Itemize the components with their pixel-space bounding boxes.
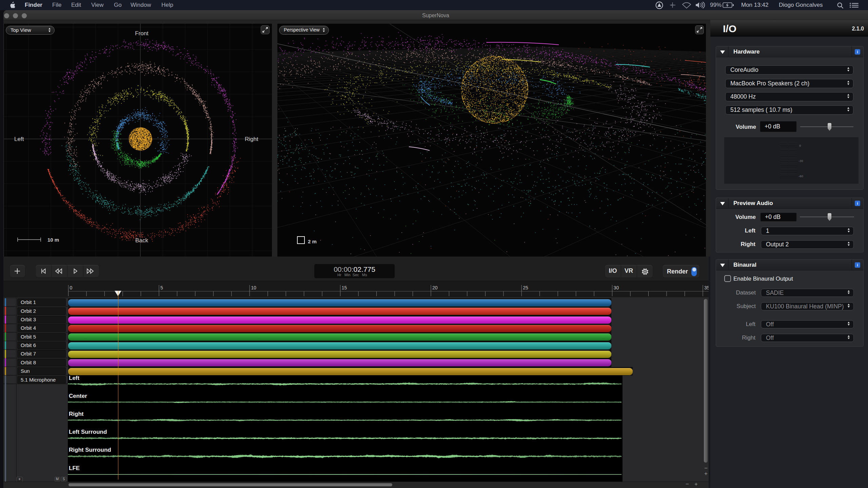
svg-text:25: 25 — [523, 285, 528, 290]
svg-text:Back: Back — [135, 237, 148, 244]
svg-text:20: 20 — [432, 285, 438, 290]
svg-text:Right: Right — [245, 136, 258, 142]
svg-text:0: 0 — [70, 285, 73, 290]
svg-text:10 m: 10 m — [47, 237, 59, 243]
svg-text:Left: Left — [14, 136, 24, 142]
svg-text:30: 30 — [614, 285, 619, 290]
svg-text:10: 10 — [251, 285, 256, 290]
svg-text:Front: Front — [135, 30, 149, 37]
svg-text:5: 5 — [160, 285, 163, 290]
svg-text:2 m: 2 m — [308, 239, 317, 244]
svg-text:15: 15 — [342, 285, 347, 290]
svg-text:35: 35 — [704, 285, 709, 290]
